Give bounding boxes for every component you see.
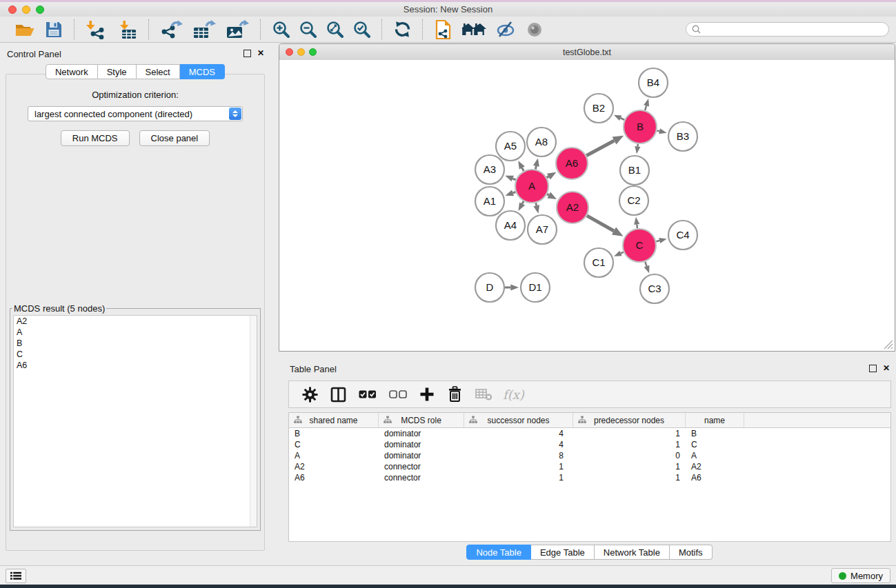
- mcds-result-item[interactable]: A2: [14, 316, 257, 327]
- column-header-successor-nodes[interactable]: successor nodes: [464, 413, 573, 427]
- tab-node-table[interactable]: Node Table: [466, 545, 531, 560]
- save-session-button[interactable]: [45, 21, 63, 39]
- edge-A-A4[interactable]: [522, 201, 524, 204]
- edge-A2-C[interactable]: [587, 216, 614, 231]
- graph-node-D[interactable]: D: [475, 273, 504, 302]
- edge-A-A8[interactable]: [535, 166, 536, 170]
- table-row[interactable]: Adominator80A: [289, 450, 890, 461]
- import-network-button[interactable]: [86, 20, 107, 39]
- network-canvas[interactable]: B4B2BB3A5A8A6B1A3AA1C2A2A4A7CC4C1C3DD1: [279, 60, 895, 351]
- search-box[interactable]: [686, 22, 889, 37]
- graph-node-C2[interactable]: C2: [619, 186, 648, 215]
- scrollbar-track[interactable]: [250, 316, 257, 527]
- edge-C-C2[interactable]: [637, 224, 637, 228]
- close-panel-button[interactable]: Close panel: [139, 130, 210, 146]
- graph-node-A5[interactable]: A5: [496, 132, 525, 161]
- import-table-button[interactable]: [117, 20, 137, 39]
- task-history-button[interactable]: [6, 569, 26, 583]
- column-header-name[interactable]: name: [686, 413, 744, 427]
- close-table-panel-icon[interactable]: ✕: [883, 363, 890, 373]
- export-table-button[interactable]: [192, 20, 216, 39]
- edge-C-C1[interactable]: [621, 252, 624, 254]
- close-panel-icon[interactable]: ✕: [257, 48, 264, 58]
- mcds-result-item[interactable]: A6: [14, 360, 257, 371]
- mcds-result-item[interactable]: C: [14, 349, 257, 360]
- edge-A-A6[interactable]: [547, 176, 549, 178]
- memory-button[interactable]: Memory: [831, 568, 890, 583]
- graph-node-B2[interactable]: B2: [584, 94, 613, 123]
- graph-node-A6[interactable]: A6: [556, 148, 588, 179]
- table-settings-button[interactable]: [302, 387, 318, 403]
- graph-node-C4[interactable]: C4: [668, 221, 697, 250]
- zoom-selected-button[interactable]: [353, 21, 370, 38]
- open-session-button[interactable]: [14, 21, 35, 39]
- run-mcds-button[interactable]: Run MCDS: [61, 130, 130, 146]
- edge-A-A5[interactable]: [522, 168, 524, 170]
- criterion-select[interactable]: largest connected component (directed): [28, 106, 243, 121]
- mcds-result-item[interactable]: B: [14, 338, 257, 349]
- tab-edge-table[interactable]: Edge Table: [531, 545, 595, 560]
- tab-style[interactable]: Style: [98, 64, 137, 79]
- mcds-result-list[interactable]: A2ABCA6: [13, 315, 257, 527]
- graph-node-C[interactable]: C: [623, 229, 656, 262]
- table-row[interactable]: Cdominator41C: [289, 439, 890, 450]
- graph-node-B4[interactable]: B4: [639, 68, 668, 97]
- graph-node-B3[interactable]: B3: [668, 122, 697, 151]
- delete-column-button[interactable]: [447, 386, 463, 403]
- hide-selected-button[interactable]: [497, 21, 516, 38]
- deselect-all-button[interactable]: [389, 389, 407, 399]
- table-row[interactable]: A6connector11A6: [289, 472, 890, 483]
- tab-network[interactable]: Network: [46, 64, 98, 79]
- edge-A-A2[interactable]: [547, 194, 549, 195]
- show-all-button[interactable]: [526, 21, 544, 38]
- graph-node-A8[interactable]: A8: [527, 128, 556, 156]
- float-table-panel-icon[interactable]: [869, 365, 877, 372]
- add-column-button[interactable]: [419, 387, 435, 402]
- graph-node-B[interactable]: B: [624, 110, 657, 143]
- graph-node-A4[interactable]: A4: [496, 211, 525, 240]
- edge-B-B3[interactable]: [657, 131, 659, 132]
- mcds-result-item[interactable]: A: [14, 327, 257, 338]
- graph-node-C3[interactable]: C3: [640, 274, 669, 303]
- zoom-in-button[interactable]: [272, 21, 290, 38]
- resize-grip-icon[interactable]: [883, 339, 893, 349]
- edge-A6-B[interactable]: [586, 141, 614, 156]
- edge-B-B2[interactable]: [621, 118, 625, 119]
- edge-A-A1[interactable]: [513, 192, 516, 192]
- graph-node-A1[interactable]: A1: [475, 187, 504, 216]
- tab-network-table[interactable]: Network Table: [595, 545, 670, 560]
- column-header-MCDS-role[interactable]: MCDS role: [379, 413, 464, 427]
- tab-select[interactable]: Select: [137, 64, 180, 79]
- edge-C-C4[interactable]: [656, 241, 659, 241]
- zoom-out-button[interactable]: [299, 21, 317, 38]
- zoom-fit-button[interactable]: [326, 21, 344, 38]
- delete-table-button[interactable]: [475, 387, 492, 401]
- new-network-from-selection-button[interactable]: [435, 19, 452, 40]
- select-all-button[interactable]: [359, 389, 377, 399]
- graph-node-C1[interactable]: C1: [584, 248, 613, 277]
- column-header-predecessor-nodes[interactable]: predecessor nodes: [573, 413, 686, 427]
- network-window-titlebar[interactable]: testGlobe.txt: [279, 44, 895, 61]
- function-builder-button[interactable]: f(x): [503, 387, 524, 402]
- graph-node-A[interactable]: A: [515, 170, 548, 203]
- graph-node-D1[interactable]: D1: [521, 273, 550, 302]
- network-graph[interactable]: B4B2BB3A5A8A6B1A3AA1C2A2A4A7CC4C1C3DD1: [279, 60, 895, 351]
- table-row[interactable]: Bdominator41B: [289, 428, 890, 439]
- refresh-layout-button[interactable]: [394, 21, 411, 38]
- edge-C-C3[interactable]: [645, 262, 646, 267]
- graph-node-A2[interactable]: A2: [557, 192, 588, 223]
- edge-A-A3[interactable]: [512, 179, 516, 180]
- float-panel-icon[interactable]: [243, 50, 251, 57]
- column-header-shared-name[interactable]: shared name: [289, 413, 379, 427]
- search-input[interactable]: [704, 24, 883, 35]
- tab-motifs[interactable]: Motifs: [670, 545, 713, 560]
- graph-node-A7[interactable]: A7: [528, 215, 557, 244]
- show-columns-button[interactable]: [330, 387, 346, 403]
- graph-node-B1[interactable]: B1: [620, 156, 649, 185]
- edge-A-A7[interactable]: [536, 203, 537, 205]
- export-image-button[interactable]: [226, 20, 249, 39]
- table-row[interactable]: A2connector11A2: [289, 461, 890, 472]
- home-button[interactable]: [462, 21, 487, 38]
- tab-mcds[interactable]: MCDS: [180, 64, 225, 79]
- export-network-button[interactable]: [161, 20, 183, 39]
